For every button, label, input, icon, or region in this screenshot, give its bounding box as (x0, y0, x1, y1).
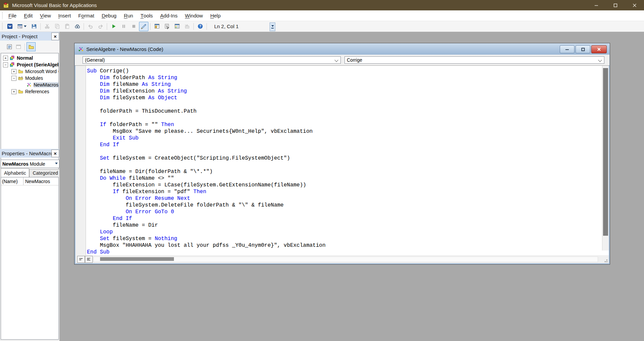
insert-userform-button[interactable] (15, 22, 29, 31)
code-hscrollbar[interactable] (93, 257, 598, 262)
menu-item-window[interactable]: Window (181, 10, 206, 21)
menu-item-tools[interactable]: Tools (137, 10, 156, 21)
code-line[interactable]: MsgBox "Save me please... Securinets{W0n… (87, 128, 602, 135)
code-line[interactable]: folderPath = ThisDocument.Path (87, 108, 602, 115)
tree-item-modules[interactable]: −Modules (1, 75, 58, 81)
tree-item-newmacros[interactable]: NewMacros (1, 81, 58, 88)
toggle-folders-button[interactable] (27, 42, 36, 51)
code-line[interactable]: Do While fileName <> "" (87, 175, 602, 182)
minimize-button[interactable] (587, 0, 606, 10)
full-module-view-button[interactable] (85, 256, 93, 263)
code-line[interactable] (87, 162, 602, 168)
menu-item-format[interactable]: Format (75, 10, 98, 21)
design-mode-button[interactable] (139, 22, 148, 31)
code-line[interactable]: On Error GoTo 0 (87, 209, 602, 215)
resize-grip[interactable] (602, 257, 608, 263)
expand-icon[interactable]: + (3, 56, 8, 61)
property-value[interactable]: NewMacros (24, 179, 50, 184)
toolbar-options-button[interactable] (270, 22, 275, 31)
code-line[interactable]: Dim fileSystem As Object (87, 95, 602, 101)
code-line[interactable]: fileExtension = LCase(fileSystem.GetExte… (87, 182, 602, 188)
tab-alphabetic[interactable]: Alphabetic (1, 168, 29, 177)
toolbox-button[interactable] (182, 22, 192, 31)
tree-item-project-seriealgebre[interactable]: −Project (SerieAlgebre) (1, 61, 58, 68)
code-line[interactable]: Set fileSystem = Nothing (87, 235, 602, 242)
toolbar-grip[interactable] (2, 23, 3, 30)
menu-item-view[interactable]: View (36, 10, 55, 21)
copy-button[interactable] (52, 22, 62, 31)
code-line[interactable]: MsgBox "HHAHHAHA you lost all your pdfss… (87, 242, 602, 249)
code-line[interactable]: If fileExtension = "pdf" Then (87, 188, 602, 195)
code-line[interactable]: If folderPath = "" Then (87, 121, 602, 128)
view-code-button[interactable] (5, 42, 14, 51)
redo-button[interactable] (96, 22, 105, 31)
menu-item-file[interactable]: File (5, 10, 20, 21)
code-window-titlebar[interactable]: SerieAlgebre - NewMacros (Code) (75, 43, 610, 55)
run-button[interactable] (109, 22, 118, 31)
tree-item-references[interactable]: +References (1, 88, 58, 95)
menu-item-help[interactable]: Help (206, 10, 224, 21)
code-window-minimize-button[interactable] (560, 45, 574, 53)
procedure-combo[interactable]: Corrige (344, 56, 604, 64)
code-line[interactable]: fileSystem.DeleteFile folderPath & "\" &… (87, 202, 602, 209)
find-button[interactable] (73, 22, 82, 31)
code-line[interactable] (87, 148, 602, 155)
tree-item-microsoft-word-objects[interactable]: +Microsoft Word Objects (1, 68, 58, 75)
code-line[interactable] (87, 115, 602, 121)
reset-button[interactable] (129, 22, 138, 31)
collapse-icon[interactable]: − (11, 76, 16, 81)
expand-icon[interactable]: + (11, 69, 16, 74)
help-button[interactable]: ? (195, 22, 205, 31)
properties-window-button[interactable] (162, 22, 172, 31)
properties-panel-close-button[interactable]: × (51, 150, 59, 157)
code-line[interactable]: Dim folderPath As String (87, 74, 602, 81)
break-button[interactable] (119, 22, 128, 31)
project-explorer-button[interactable] (152, 22, 162, 31)
code-editor[interactable]: Sub Corrige() Dim folderPath As String D… (87, 66, 602, 255)
paste-button[interactable] (62, 22, 72, 31)
menu-item-edit[interactable]: Edit (20, 10, 36, 21)
project-panel-close-button[interactable]: × (51, 33, 59, 40)
maximize-button[interactable] (606, 0, 625, 10)
property-row: (Name)NewMacros (1, 177, 58, 185)
view-object-button[interactable] (14, 42, 23, 51)
code-line[interactable]: Loop (87, 229, 602, 235)
code-vscrollbar-thumb[interactable] (603, 68, 608, 236)
code-line[interactable]: Exit Sub (87, 135, 602, 141)
margin-indicator-bar[interactable] (76, 66, 86, 255)
procedure-view-button[interactable] (77, 256, 85, 263)
menu-item-debug[interactable]: Debug (98, 10, 120, 21)
code-line[interactable]: Dim fileExtension As String (87, 88, 602, 95)
code-window-maximize-button[interactable] (576, 45, 590, 53)
menu-grip[interactable] (2, 12, 3, 19)
code-line[interactable]: Set fileSystem = CreateObject("Scripting… (87, 155, 602, 162)
menu-item-run[interactable]: Run (120, 10, 137, 21)
code-line[interactable]: Dim fileName As String (87, 81, 602, 88)
code-line[interactable]: On Error Resume Next (87, 195, 602, 202)
word-document-button[interactable]: W (5, 22, 14, 31)
expand-icon[interactable]: + (11, 89, 16, 94)
menu-item-add-ins[interactable]: Add-Ins (156, 10, 181, 21)
code-line[interactable]: fileName = Dir (87, 222, 602, 229)
chevron-down-icon (271, 25, 274, 27)
code-line[interactable]: End Sub (87, 249, 602, 255)
code-line[interactable]: End If (87, 141, 602, 148)
tree-item-normal[interactable]: +Normal (1, 55, 58, 61)
properties-object-selector[interactable]: NewMacros Module (1, 160, 59, 168)
close-button[interactable] (625, 0, 644, 10)
cut-button[interactable] (42, 22, 52, 31)
code-vscrollbar[interactable] (602, 66, 609, 250)
save-button[interactable] (29, 22, 39, 31)
code-line[interactable]: End If (87, 215, 602, 222)
code-window-close-button[interactable] (591, 45, 607, 53)
code-line[interactable]: Sub Corrige() (87, 68, 602, 74)
collapse-icon[interactable]: − (3, 62, 8, 67)
object-browser-button[interactable] (172, 22, 182, 31)
code-hscrollbar-thumb[interactable] (100, 257, 174, 261)
menu-item-insert[interactable]: Insert (55, 10, 75, 21)
undo-button[interactable] (86, 22, 95, 31)
object-combo[interactable]: (General) (83, 56, 341, 64)
code-line[interactable]: fileName = Dir(folderPath & "\*.*") (87, 168, 602, 175)
code-line[interactable] (87, 101, 602, 108)
tab-categorized[interactable]: Categorized (29, 169, 61, 177)
